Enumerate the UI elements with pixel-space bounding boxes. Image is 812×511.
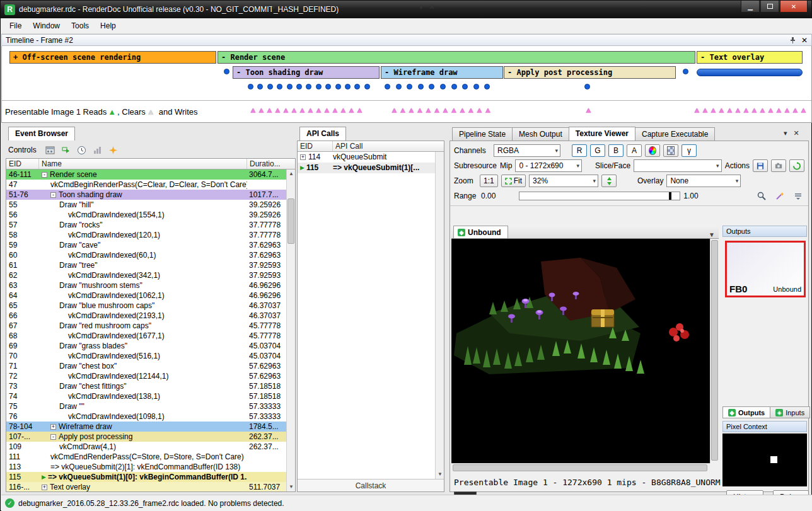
writes-triangle-icon[interactable]: ▲ xyxy=(390,106,398,114)
draw-event-dot[interactable] xyxy=(364,84,370,89)
draw-event-dot[interactable] xyxy=(224,69,229,74)
event-row[interactable]: 63Draw "mushroom stems"46.96296 xyxy=(6,280,286,290)
event-browser-column-header[interactable]: EID Name Duratio... xyxy=(6,159,295,169)
timeline-marker-bar[interactable]: - Wireframe draw xyxy=(381,66,503,79)
timeline-marker-bar[interactable]: + Off-screen scene rendering xyxy=(9,51,216,64)
draw-event-dot[interactable] xyxy=(418,84,424,89)
tab-inputs[interactable]: ◈ Inputs xyxy=(770,406,810,418)
event-row[interactable]: 66vkCmdDrawIndexed(2193,1)46.37037 xyxy=(6,311,286,321)
event-row[interactable]: 107-...-Apply post processing262.37... xyxy=(6,432,286,442)
tab-texture-viewer[interactable]: Texture Viewer xyxy=(569,127,635,141)
writes-triangle-icon[interactable]: ▲ xyxy=(783,106,791,114)
draw-event-dot[interactable] xyxy=(683,69,688,74)
texture-image[interactable] xyxy=(451,239,710,463)
event-row[interactable]: 109vkCmdDraw(4,1)262.37... xyxy=(6,442,286,452)
writes-triangle-icon[interactable]: ▲ xyxy=(274,106,282,114)
tab-api-calls[interactable]: API Calls xyxy=(299,127,346,141)
tab-mesh-output[interactable]: Mesh Output xyxy=(512,127,569,141)
tree-expander-icon[interactable]: - xyxy=(50,192,56,198)
time-durations-icon[interactable] xyxy=(76,144,88,156)
event-row[interactable]: 70vkCmdDrawIndexed(516,1)45.03704 xyxy=(6,351,286,361)
zoom-1-1-button[interactable]: 1:1 xyxy=(480,175,498,187)
writes-triangle-icon[interactable]: ▲ xyxy=(475,106,484,114)
color-wheel-button[interactable] xyxy=(645,144,660,157)
zoom-percent-combo[interactable]: 32%▾ xyxy=(529,175,598,187)
tab-outputs[interactable]: ◈ Outputs xyxy=(722,406,770,418)
writes-triangle-icon[interactable]: ▲ xyxy=(265,106,274,114)
stats-icon[interactable] xyxy=(92,144,103,156)
timeline-marker-bar[interactable]: - Apply post processing xyxy=(504,66,676,79)
event-row[interactable]: 72vkCmdDrawIndexed(12144,1)57.62963 xyxy=(6,371,286,381)
writes-triangle-icon[interactable]: ▲ xyxy=(742,106,750,114)
writes-triangle-icon[interactable]: ▲ xyxy=(339,106,347,114)
capture-image-button[interactable] xyxy=(771,159,786,172)
timeline-content[interactable]: + Off-screen scene rendering- Render sce… xyxy=(1,46,812,123)
event-row[interactable]: 113=> vkQueueSubmit(2)[1]: vkEndCommandB… xyxy=(6,462,286,472)
range-slider-thumb[interactable] xyxy=(669,192,671,200)
writes-triangle-icon[interactable]: ▲ xyxy=(441,106,450,114)
writes-triangle-icon[interactable]: ▲ xyxy=(433,106,441,114)
api-call-row[interactable]: +114vkQueueSubmit xyxy=(298,152,444,163)
writes-triangle-icon[interactable]: ▲ xyxy=(775,106,783,114)
event-row[interactable]: 61Draw "tree"37.92593 xyxy=(6,260,286,270)
writes-triangle-icon[interactable]: ▲ xyxy=(347,106,356,114)
writes-triangle-icon[interactable]: ▲ xyxy=(467,106,475,114)
close-button[interactable]: ✕ xyxy=(780,1,808,13)
event-row[interactable]: 58vkCmdDrawIndexed(120,1)37.77778 xyxy=(6,230,286,240)
pixel-context-view[interactable] xyxy=(722,433,807,486)
maximize-button[interactable] xyxy=(760,1,779,13)
event-row[interactable]: 65Draw "blue mushroom caps"46.37037 xyxy=(6,301,286,311)
writes-triangle-icon[interactable]: ▲ xyxy=(584,106,593,114)
gamma-button[interactable]: γ xyxy=(682,144,697,157)
channel-r-button[interactable]: R xyxy=(572,144,587,157)
event-row[interactable]: 76vkCmdDrawIndexed(1098,1)57.33333 xyxy=(6,411,286,422)
draw-event-dot[interactable] xyxy=(287,84,293,89)
writes-triangle-icon[interactable]: ▲ xyxy=(399,106,407,114)
refresh-button[interactable] xyxy=(789,159,804,172)
event-row[interactable]: 64vkCmdDrawIndexed(1062,1)46.96296 xyxy=(6,290,286,301)
draw-event-dot[interactable] xyxy=(484,84,490,89)
event-row[interactable]: 73Draw "chest fittings"57.18518 xyxy=(6,381,286,391)
right-close-icon[interactable]: ✕ xyxy=(794,129,799,137)
draw-event-dot[interactable] xyxy=(335,84,341,89)
menu-help[interactable]: Help xyxy=(95,19,122,33)
draw-event-dot[interactable] xyxy=(267,84,273,89)
zoom-range-button[interactable] xyxy=(754,190,769,202)
tab-capture-executable[interactable]: Capture Executable xyxy=(635,127,715,141)
browse-icon[interactable] xyxy=(45,144,56,156)
event-row[interactable]: 67Draw "red mushroom caps"45.77778 xyxy=(6,321,286,331)
draw-event-dot[interactable] xyxy=(429,84,434,89)
writes-triangle-icon[interactable]: ▲ xyxy=(750,106,758,114)
draw-event-dot[interactable] xyxy=(407,84,412,89)
draw-event-dot[interactable] xyxy=(473,84,479,89)
zoom-fit-button[interactable]: Fit xyxy=(501,175,526,187)
timeline-close-icon[interactable]: ✕ xyxy=(801,36,808,45)
writes-triangle-icon[interactable]: ▲ xyxy=(249,106,257,114)
writes-triangle-icon[interactable]: ▲ xyxy=(416,106,424,114)
texture-tab-dropdown-icon[interactable]: ▼ xyxy=(709,231,715,238)
writes-triangle-icon[interactable]: ▲ xyxy=(298,106,306,114)
draw-event-dot[interactable] xyxy=(462,84,468,89)
writes-triangle-icon[interactable]: ▲ xyxy=(799,106,808,114)
slice-face-combo[interactable]: ▾ xyxy=(634,159,722,172)
event-row[interactable]: 57Draw "rocks"37.77778 xyxy=(6,220,286,230)
channel-a-button[interactable]: A xyxy=(627,144,642,157)
event-row[interactable]: 71Draw "chest box"57.62963 xyxy=(6,361,286,371)
writes-triangle-icon[interactable]: ▲ xyxy=(315,106,323,114)
draw-event-dot[interactable] xyxy=(385,84,390,89)
draw-event-dot[interactable] xyxy=(277,84,282,89)
draw-event-dot[interactable] xyxy=(345,84,351,89)
range-slider[interactable] xyxy=(519,192,680,200)
event-row[interactable]: 68vkCmdDrawIndexed(1677,1)45.77778 xyxy=(6,331,286,341)
writes-triangle-icon[interactable]: ▲ xyxy=(726,106,734,114)
menu-window[interactable]: Window xyxy=(27,19,66,33)
timeline-marker-bar[interactable]: - Text overlay xyxy=(697,51,803,64)
writes-triangle-icon[interactable]: ▲ xyxy=(282,106,290,114)
draw-event-dot[interactable] xyxy=(306,84,311,89)
writes-triangle-icon[interactable]: ▲ xyxy=(306,106,315,114)
menu-tools[interactable]: Tools xyxy=(66,19,95,33)
draw-event-dot[interactable] xyxy=(316,84,322,89)
api-call-row[interactable]: ▶115=> vkQueueSubmit(1)[... xyxy=(298,163,444,173)
tree-expander-icon[interactable]: - xyxy=(42,172,47,178)
draw-event-dot[interactable] xyxy=(396,84,402,89)
